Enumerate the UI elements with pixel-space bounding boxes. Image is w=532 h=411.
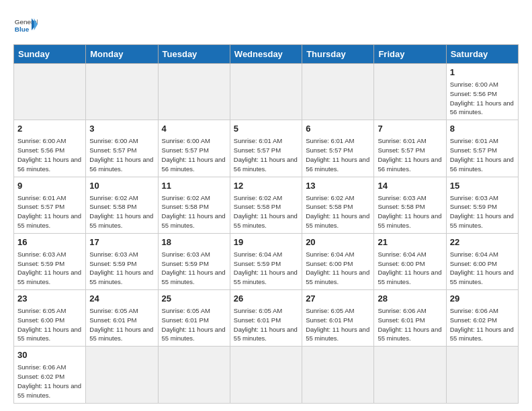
- calendar-cell: 5Sunrise: 6:01 AMSunset: 5:57 PMDaylight…: [230, 120, 302, 177]
- date-number: 13: [306, 180, 370, 192]
- calendar-cell: [374, 64, 446, 120]
- date-number: 16: [17, 236, 82, 248]
- calendar-cell: 18Sunrise: 6:03 AMSunset: 5:59 PMDayligh…: [158, 233, 230, 289]
- calendar-cell: 11Sunrise: 6:02 AMSunset: 5:58 PMDayligh…: [158, 177, 230, 233]
- date-number: 2: [17, 123, 82, 135]
- date-number: 22: [450, 236, 515, 248]
- calendar-week-1: 1Sunrise: 6:00 AMSunset: 5:56 PMDaylight…: [14, 64, 519, 120]
- date-number: 5: [234, 123, 298, 135]
- calendar-cell: 2Sunrise: 6:00 AMSunset: 5:56 PMDaylight…: [14, 120, 86, 177]
- date-number: 14: [378, 180, 442, 192]
- cell-sun-info: Sunrise: 6:02 AMSunset: 5:58 PMDaylight:…: [89, 193, 154, 230]
- calendar-cell: [446, 347, 518, 403]
- calendar-cell: [158, 347, 230, 403]
- date-number: 3: [89, 123, 154, 135]
- calendar-cell: [86, 347, 158, 403]
- calendar-cell: 3Sunrise: 6:00 AMSunset: 5:57 PMDaylight…: [86, 120, 158, 177]
- calendar-cell: [86, 64, 158, 120]
- calendar-week-2: 2Sunrise: 6:00 AMSunset: 5:56 PMDaylight…: [14, 120, 519, 177]
- day-header-sunday: Sunday: [14, 45, 86, 64]
- cell-sun-info: Sunrise: 6:00 AMSunset: 5:56 PMDaylight:…: [17, 136, 82, 173]
- date-number: 19: [234, 236, 298, 248]
- date-number: 18: [162, 236, 226, 248]
- date-number: 9: [17, 180, 82, 192]
- date-number: 11: [162, 180, 226, 192]
- calendar-cell: 30Sunrise: 6:06 AMSunset: 6:02 PMDayligh…: [14, 347, 86, 403]
- calendar-table: SundayMondayTuesdayWednesdayThursdayFrid…: [13, 44, 519, 404]
- cell-sun-info: Sunrise: 6:03 AMSunset: 5:59 PMDaylight:…: [450, 193, 515, 230]
- cell-sun-info: Sunrise: 6:01 AMSunset: 5:57 PMDaylight:…: [378, 136, 442, 173]
- calendar-week-3: 9Sunrise: 6:01 AMSunset: 5:57 PMDaylight…: [14, 177, 519, 233]
- calendar-cell: 4Sunrise: 6:00 AMSunset: 5:57 PMDaylight…: [158, 120, 230, 177]
- date-number: 12: [234, 180, 298, 192]
- calendar-cell: 8Sunrise: 6:01 AMSunset: 5:57 PMDaylight…: [446, 120, 518, 177]
- calendar-cell: [302, 347, 374, 403]
- cell-sun-info: Sunrise: 6:01 AMSunset: 5:57 PMDaylight:…: [17, 193, 82, 230]
- cell-sun-info: Sunrise: 6:02 AMSunset: 5:58 PMDaylight:…: [306, 193, 370, 230]
- cell-sun-info: Sunrise: 6:04 AMSunset: 6:00 PMDaylight:…: [378, 250, 442, 287]
- calendar-cell: 6Sunrise: 6:01 AMSunset: 5:57 PMDaylight…: [302, 120, 374, 177]
- calendar-week-4: 16Sunrise: 6:03 AMSunset: 5:59 PMDayligh…: [14, 233, 519, 289]
- calendar-cell: 1Sunrise: 6:00 AMSunset: 5:56 PMDaylight…: [446, 64, 518, 120]
- day-header-wednesday: Wednesday: [230, 45, 302, 64]
- date-number: 15: [450, 180, 515, 192]
- calendar-cell: [230, 347, 302, 403]
- cell-sun-info: Sunrise: 6:06 AMSunset: 6:02 PMDaylight:…: [450, 306, 515, 343]
- cell-sun-info: Sunrise: 6:05 AMSunset: 6:01 PMDaylight:…: [306, 306, 370, 343]
- calendar-cell: 9Sunrise: 6:01 AMSunset: 5:57 PMDaylight…: [14, 177, 86, 233]
- calendar-cell: 15Sunrise: 6:03 AMSunset: 5:59 PMDayligh…: [446, 177, 518, 233]
- calendar-cell: 20Sunrise: 6:04 AMSunset: 6:00 PMDayligh…: [302, 233, 374, 289]
- date-number: 30: [17, 349, 82, 361]
- date-number: 20: [306, 236, 370, 248]
- cell-sun-info: Sunrise: 6:03 AMSunset: 5:59 PMDaylight:…: [89, 250, 154, 287]
- cell-sun-info: Sunrise: 6:06 AMSunset: 6:01 PMDaylight:…: [378, 306, 442, 343]
- cell-sun-info: Sunrise: 6:00 AMSunset: 5:57 PMDaylight:…: [162, 136, 226, 173]
- day-header-saturday: Saturday: [446, 45, 518, 64]
- cell-sun-info: Sunrise: 6:04 AMSunset: 6:00 PMDaylight:…: [306, 250, 370, 287]
- calendar-cell: 29Sunrise: 6:06 AMSunset: 6:02 PMDayligh…: [446, 290, 518, 347]
- logo: General Blue: [13, 13, 38, 38]
- cell-sun-info: Sunrise: 6:02 AMSunset: 5:58 PMDaylight:…: [162, 193, 226, 230]
- cell-sun-info: Sunrise: 6:00 AMSunset: 5:56 PMDaylight:…: [450, 80, 515, 117]
- cell-sun-info: Sunrise: 6:03 AMSunset: 5:58 PMDaylight:…: [378, 193, 442, 230]
- date-number: 23: [17, 293, 82, 305]
- calendar-cell: [230, 64, 302, 120]
- calendar-cell: 16Sunrise: 6:03 AMSunset: 5:59 PMDayligh…: [14, 233, 86, 289]
- cell-sun-info: Sunrise: 6:00 AMSunset: 5:57 PMDaylight:…: [89, 136, 154, 173]
- date-number: 17: [89, 236, 154, 248]
- cell-sun-info: Sunrise: 6:03 AMSunset: 5:59 PMDaylight:…: [17, 250, 82, 287]
- date-number: 21: [378, 236, 442, 248]
- calendar-cell: 14Sunrise: 6:03 AMSunset: 5:58 PMDayligh…: [374, 177, 446, 233]
- cell-sun-info: Sunrise: 6:05 AMSunset: 6:00 PMDaylight:…: [17, 306, 82, 343]
- calendar-week-6: 30Sunrise: 6:06 AMSunset: 6:02 PMDayligh…: [14, 347, 519, 403]
- calendar-cell: 23Sunrise: 6:05 AMSunset: 6:00 PMDayligh…: [14, 290, 86, 347]
- date-number: 4: [162, 123, 226, 135]
- calendar-cell: 7Sunrise: 6:01 AMSunset: 5:57 PMDaylight…: [374, 120, 446, 177]
- date-number: 6: [306, 123, 370, 135]
- cell-sun-info: Sunrise: 6:01 AMSunset: 5:57 PMDaylight:…: [306, 136, 370, 173]
- calendar-cell: 19Sunrise: 6:04 AMSunset: 5:59 PMDayligh…: [230, 233, 302, 289]
- calendar-cell: 22Sunrise: 6:04 AMSunset: 6:00 PMDayligh…: [446, 233, 518, 289]
- cell-sun-info: Sunrise: 6:01 AMSunset: 5:57 PMDaylight:…: [234, 136, 298, 173]
- calendar-cell: [158, 64, 230, 120]
- cell-sun-info: Sunrise: 6:04 AMSunset: 6:00 PMDaylight:…: [450, 250, 515, 287]
- calendar-week-5: 23Sunrise: 6:05 AMSunset: 6:00 PMDayligh…: [14, 290, 519, 347]
- date-number: 26: [234, 293, 298, 305]
- date-number: 27: [306, 293, 370, 305]
- page-header: General Blue: [13, 13, 519, 38]
- calendar-cell: 26Sunrise: 6:05 AMSunset: 6:01 PMDayligh…: [230, 290, 302, 347]
- calendar-cell: 12Sunrise: 6:02 AMSunset: 5:58 PMDayligh…: [230, 177, 302, 233]
- day-header-monday: Monday: [86, 45, 158, 64]
- cell-sun-info: Sunrise: 6:05 AMSunset: 6:01 PMDaylight:…: [234, 306, 298, 343]
- date-number: 25: [162, 293, 226, 305]
- date-number: 29: [450, 293, 515, 305]
- calendar-cell: 25Sunrise: 6:05 AMSunset: 6:01 PMDayligh…: [158, 290, 230, 347]
- cell-sun-info: Sunrise: 6:04 AMSunset: 5:59 PMDaylight:…: [234, 250, 298, 287]
- date-number: 24: [89, 293, 154, 305]
- day-header-row: SundayMondayTuesdayWednesdayThursdayFrid…: [14, 45, 519, 64]
- calendar-cell: [374, 347, 446, 403]
- cell-sun-info: Sunrise: 6:01 AMSunset: 5:57 PMDaylight:…: [450, 136, 515, 173]
- date-number: 7: [378, 123, 442, 135]
- day-header-friday: Friday: [374, 45, 446, 64]
- cell-sun-info: Sunrise: 6:06 AMSunset: 6:02 PMDaylight:…: [17, 363, 82, 400]
